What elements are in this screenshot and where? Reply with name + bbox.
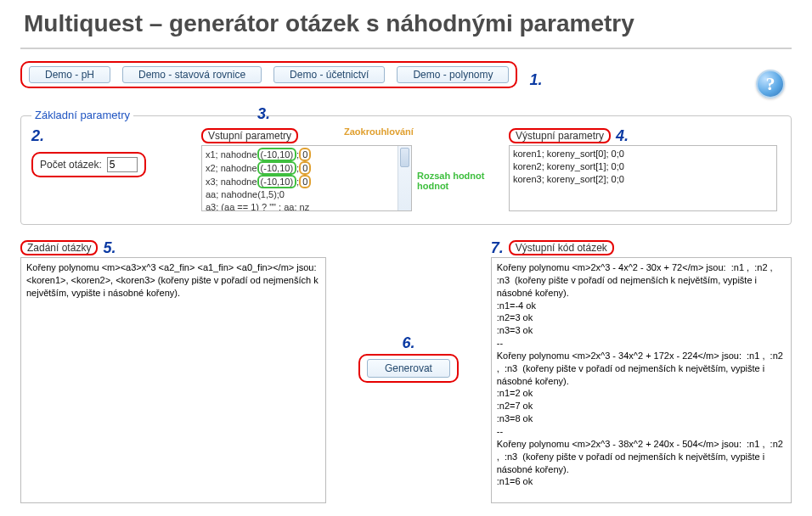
range-annotation: Rozsah hodnot — [417, 171, 484, 181]
demo-ucetnictvi-button[interactable]: Demo - účetnictví — [273, 66, 385, 83]
title-underline — [20, 48, 792, 49]
output-code-label: Výstupní kód otázek — [509, 240, 614, 255]
question-count-input[interactable] — [107, 157, 138, 172]
output-code-textarea[interactable] — [491, 257, 792, 503]
demo-ph-button[interactable]: Demo - pH — [29, 66, 110, 83]
demo-buttons-group: Demo - pH Demo - stavová rovnice Demo - … — [20, 61, 517, 88]
question-text-label: Zadání otázky — [20, 240, 98, 255]
step-7-marker: 7. — [491, 240, 504, 255]
question-count-box: Počet otázek: — [31, 152, 146, 177]
page-title: Multiquest – generátor otázek s náhodným… — [24, 10, 792, 37]
output-params-label: Výstupní parametry — [509, 128, 611, 143]
step-5-marker: 5. — [103, 240, 116, 255]
step-4-marker: 4. — [616, 128, 629, 143]
step-1-marker: 1. — [529, 72, 542, 87]
step-2-marker: 2. — [31, 128, 44, 143]
step-3-marker: 3. — [257, 106, 270, 121]
question-text-textarea[interactable] — [20, 257, 326, 503]
demo-stavova-button[interactable]: Demo - stavová rovnice — [122, 66, 262, 83]
output-params-textarea[interactable] — [509, 145, 777, 211]
step-6-marker: 6. — [402, 335, 414, 351]
help-icon[interactable] — [756, 70, 785, 98]
generate-box: Generovat — [358, 354, 459, 383]
scrollbar[interactable] — [398, 146, 411, 210]
input-params-textarea[interactable]: x1; nahodne(-10,10);0x2; nahodne(-10,10)… — [201, 145, 412, 211]
basic-params-fieldset: Základní parametry 2. Počet otázek: Vstu… — [20, 115, 792, 225]
rounding-annotation: Zaokrouhlování — [344, 126, 414, 137]
range-annotation-2: hodnot — [417, 181, 448, 191]
generate-button[interactable]: Generovat — [367, 359, 450, 378]
question-count-label: Počet otázek: — [40, 159, 102, 171]
demo-polynomy-button[interactable]: Demo - polynomy — [397, 66, 509, 83]
input-params-label: Vstupní parametry — [201, 128, 298, 143]
basic-params-legend: Základní parametry — [31, 109, 133, 121]
